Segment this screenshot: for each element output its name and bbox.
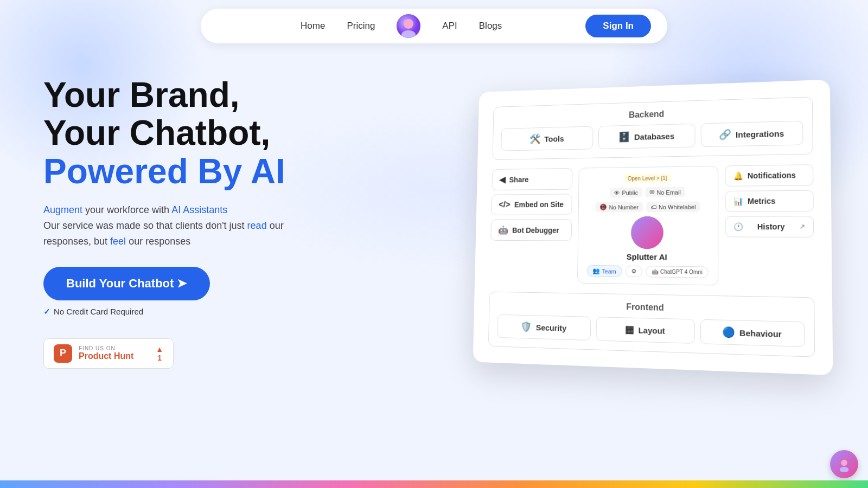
center-bot-name: Splutter AI — [627, 252, 667, 262]
behaviour-item[interactable]: 🔵 Behaviour — [700, 319, 805, 347]
status-badges: 👁 Public ✉ No Email — [610, 187, 685, 198]
signin-button[interactable]: Sign In — [585, 15, 651, 37]
hero-feel: feel — [110, 236, 126, 247]
nav-blogs[interactable]: Blogs — [479, 21, 502, 31]
avatar-image — [630, 216, 663, 249]
embed-item[interactable]: </> Embed on Site — [491, 194, 572, 215]
notifications-icon: 🔔 — [733, 171, 743, 180]
databases-icon: 🗄️ — [618, 131, 630, 143]
nav-logo[interactable] — [397, 14, 420, 38]
check-icon: ✓ — [43, 307, 50, 317]
badge-yellow: Open Level > [1] — [623, 174, 672, 183]
hero-description: Augment your workforce with AI Assistant… — [43, 202, 358, 249]
share-item[interactable]: ◀ Share — [492, 168, 572, 190]
hero-section: Your Brand, Your Chatbot, Powered By AI … — [43, 76, 358, 369]
debugger-item[interactable]: 🤖 Bot Debugger — [490, 219, 572, 241]
integrations-item[interactable]: 🔗 Integrations — [701, 121, 803, 147]
badge-no-whitelabel: 🏷 No Whitelabel — [646, 202, 700, 213]
ph-icon: P — [54, 344, 72, 363]
no-credit-label: ✓ No Credit Card Required — [43, 307, 358, 317]
metrics-item[interactable]: 📊 Metrics — [725, 190, 814, 212]
chat-widget-button[interactable] — [830, 450, 858, 478]
badge-no-email: ✉ No Email — [646, 187, 686, 198]
top-badges: Open Level > [1] — [623, 174, 672, 183]
security-icon: 🛡️ — [520, 321, 532, 333]
svg-point-3 — [841, 460, 847, 466]
svg-point-1 — [404, 19, 413, 29]
external-link-icon: ↗ — [799, 223, 805, 231]
layout-icon: ▦ — [625, 324, 634, 336]
backend-box: Backend 🛠️ Tools 🗄️ Databases 🔗 Integrat… — [492, 97, 813, 160]
build-chatbot-button[interactable]: Build Your Chatbot ➤ — [43, 267, 210, 300]
integrations-icon: 🔗 — [719, 129, 731, 141]
middle-row: ◀ Share </> Embed on Site 🤖 Bot Debugger… — [490, 164, 815, 287]
history-icon: 🕐 — [733, 222, 743, 231]
hero-augment: Augment — [43, 204, 82, 215]
databases-item[interactable]: 🗄️ Databases — [598, 124, 695, 149]
history-item[interactable]: 🕐 History ↗ — [725, 216, 814, 237]
badge-no-number: 📵 No Number — [595, 202, 643, 212]
bottom-gradient-bar — [0, 480, 868, 488]
tools-icon: 🛠️ — [529, 133, 540, 145]
nav-pricing[interactable]: Pricing — [347, 21, 375, 31]
nav-links: Home Pricing API Blogs — [217, 14, 585, 38]
layout-item[interactable]: ▦ Layout — [596, 317, 694, 344]
bottom-pills: 👥 Team ⚙ 🤖 ChatGPT 4 Omni — [586, 265, 709, 278]
ph-text: FIND US ON Product Hunt — [79, 345, 133, 361]
svg-point-4 — [840, 467, 849, 472]
backend-row: 🛠️ Tools 🗄️ Databases 🔗 Integrations — [501, 121, 803, 151]
frontend-row: 🛡️ Security ▦ Layout 🔵 Behaviour — [497, 314, 805, 347]
frontend-box: Frontend 🛡️ Security ▦ Layout 🔵 Behaviou… — [488, 292, 815, 357]
hero-title: Your Brand, Your Chatbot, Powered By AI — [43, 76, 358, 190]
center-avatar — [630, 216, 663, 249]
product-hunt-badge[interactable]: P FIND US ON Product Hunt ▲ 1 — [43, 338, 174, 369]
debugger-icon: 🤖 — [498, 225, 508, 235]
status-badges-2: 📵 No Number 🏷 No Whitelabel — [595, 202, 700, 213]
metrics-icon: 📊 — [733, 197, 743, 206]
right-column: 🔔 Notifications 📊 Metrics 🕐 History ↗ — [725, 164, 815, 287]
badge-public: 👁 Public — [610, 187, 642, 197]
pill-team: 👥 Team — [586, 265, 622, 277]
dashboard-card: Backend 🛠️ Tools 🗄️ Databases 🔗 Integrat… — [473, 80, 833, 375]
pill-chatgpt: 🤖 ChatGPT 4 Omni — [646, 266, 709, 278]
nav-home[interactable]: Home — [301, 21, 325, 31]
frontend-label: Frontend — [497, 299, 805, 316]
share-icon: ◀ — [499, 175, 505, 184]
nav-api[interactable]: API — [442, 21, 457, 31]
embed-icon: </> — [499, 200, 510, 209]
navbar: Home Pricing API Blogs Sign In — [201, 9, 667, 43]
security-item[interactable]: 🛡️ Security — [497, 314, 591, 341]
pill-gear: ⚙ — [625, 266, 642, 277]
center-card: Open Level > [1] 👁 Public ✉ No Email 📵 N… — [577, 166, 718, 286]
behaviour-icon: 🔵 — [723, 326, 735, 339]
hero-ai-assistants: AI Assistants — [171, 204, 227, 215]
left-column: ◀ Share </> Embed on Site 🤖 Bot Debugger — [490, 168, 573, 284]
notifications-item[interactable]: 🔔 Notifications — [725, 164, 814, 187]
tools-item[interactable]: 🛠️ Tools — [501, 126, 593, 151]
ph-upvote: ▲ 1 — [156, 345, 163, 362]
backend-label: Backend — [501, 105, 803, 124]
hero-read: read — [247, 220, 267, 231]
